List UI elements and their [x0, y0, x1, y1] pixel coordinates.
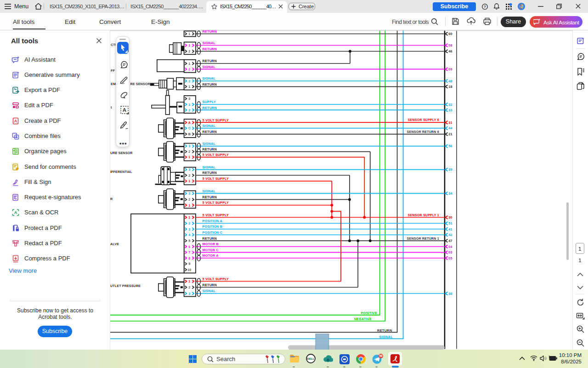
svg-text:8: 8	[188, 256, 190, 260]
svg-text:POSITION A: POSITION A	[203, 219, 223, 223]
svg-text:POSITION C: POSITION C	[203, 230, 223, 235]
svg-text:RETURN: RETURN	[377, 328, 392, 333]
svg-text:5 VOLT SUPPLY: 5 VOLT SUPPLY	[203, 118, 229, 122]
svg-text:RE SENSOR: RE SENSOR	[130, 82, 151, 86]
svg-text:RETURN: RETURN	[203, 59, 217, 63]
svg-text:SUPPLY: SUPPLY	[203, 100, 216, 104]
svg-text:RETURN: RETURN	[203, 171, 217, 175]
svg-text:33: 33	[448, 108, 452, 112]
svg-text:47: 47	[448, 239, 452, 243]
svg-text:SIGNAL: SIGNAL	[203, 142, 216, 146]
svg-text:SIGNAL: SIGNAL	[203, 76, 216, 80]
svg-text:C: C	[188, 126, 191, 130]
svg-text:1: 1	[188, 203, 190, 207]
svg-text:t: t	[111, 105, 112, 109]
svg-text:56: 56	[379, 354, 383, 357]
svg-text:7: 7	[188, 250, 190, 254]
svg-text:RETURN: RETURN	[203, 147, 217, 151]
svg-text:RETURN: RETURN	[203, 47, 217, 51]
svg-text:RETURN: RETURN	[203, 283, 217, 287]
svg-text:56: 56	[448, 144, 452, 148]
svg-text:B: B	[188, 132, 191, 136]
svg-text:05: 05	[448, 256, 452, 260]
svg-text:21: 21	[448, 132, 452, 136]
svg-text:2: 2	[188, 49, 190, 53]
svg-text:3: 3	[188, 191, 190, 196]
svg-text:42: 42	[448, 233, 452, 237]
svg-text:08: 08	[448, 43, 452, 47]
svg-text:DELL: DELL	[307, 357, 315, 360]
svg-text:34: 34	[448, 191, 452, 196]
svg-text:18: 18	[448, 85, 452, 89]
svg-text:1: 1	[188, 32, 190, 36]
svg-text:RETURN: RETURN	[203, 236, 217, 241]
svg-text:SENSOR RETURN 1: SENSOR RETURN 1	[407, 237, 439, 241]
svg-text:A: A	[188, 121, 191, 125]
svg-text:09: 09	[448, 67, 452, 71]
svg-text:UTLET PRESSURE: UTLET PRESSURE	[110, 284, 141, 288]
svg-text:30: 30	[448, 215, 452, 219]
svg-text:IFFERENTIAL: IFFERENTIAL	[110, 170, 132, 174]
svg-text:MOTOR A: MOTOR A	[203, 253, 219, 258]
svg-text:3: 3	[188, 167, 190, 172]
svg-text:2: 2	[188, 173, 190, 178]
svg-text:39: 39	[448, 167, 452, 172]
svg-text:3: 3	[188, 292, 190, 296]
svg-text:EM: EM	[111, 82, 116, 86]
svg-text:3: 3	[188, 97, 190, 101]
svg-text:POSITIVE: POSITIVE	[361, 311, 377, 315]
svg-text:1: 1	[188, 85, 190, 89]
svg-text:1: 1	[188, 179, 190, 183]
svg-text:NEGATIVE: NEGATIVE	[354, 317, 372, 321]
svg-text:04: 04	[448, 245, 452, 249]
svg-text:51: 51	[448, 221, 452, 225]
svg-text:RETURN: RETURN	[203, 130, 217, 134]
svg-text:RETURN: RETURN	[203, 30, 217, 34]
svg-text:3: 3	[188, 227, 190, 231]
svg-text:R: R	[110, 197, 113, 201]
svg-text:46: 46	[448, 49, 452, 53]
svg-text:SIGNAL: SIGNAL	[203, 165, 216, 169]
svg-text:44: 44	[448, 126, 452, 130]
svg-text:SIGNAL: SIGNAL	[203, 189, 216, 193]
svg-text:48: 48	[448, 79, 452, 83]
svg-text:4: 4	[188, 233, 190, 237]
svg-text:9: 9	[188, 262, 190, 266]
svg-text:41: 41	[448, 227, 452, 231]
svg-text:32: 32	[448, 103, 452, 107]
svg-text:RETURN: RETURN	[203, 82, 217, 86]
svg-text:5 VOLT SUPPLY: 5 VOLT SUPPLY	[203, 177, 229, 181]
svg-text:1: 1	[188, 155, 190, 159]
svg-text:A: A	[123, 107, 126, 113]
svg-text:SIGNAL: SIGNAL	[203, 124, 216, 128]
svg-text:URE SENSOR: URE SENSOR	[110, 151, 133, 155]
svg-text:3: 3	[188, 144, 190, 148]
svg-text:2: 2	[188, 197, 190, 201]
svg-text:10: 10	[187, 268, 191, 272]
svg-text:2: 2	[188, 285, 190, 289]
svg-text:MOTOR B: MOTOR B	[203, 242, 219, 246]
svg-text:SENSOR SUPPLY 1: SENSOR SUPPLY 1	[408, 213, 439, 217]
svg-text:6: 6	[188, 245, 190, 249]
svg-text:5 VOLT SUPPLY: 5 VOLT SUPPLY	[203, 153, 229, 157]
svg-text:SIGNAL: SIGNAL	[203, 289, 216, 293]
svg-text:SIGNAL: SIGNAL	[379, 335, 393, 339]
svg-text:1: 1	[188, 62, 190, 66]
svg-text:2: 2	[188, 79, 190, 83]
svg-text:A: A	[14, 210, 17, 215]
svg-text:03: 03	[448, 250, 452, 254]
svg-text:1: 1	[188, 215, 190, 219]
svg-text:SENSOR RETURN 6: SENSOR RETURN 6	[407, 130, 439, 134]
svg-text:2: 2	[188, 150, 190, 154]
svg-text:?: ?	[484, 5, 486, 9]
svg-text:1: 1	[188, 279, 190, 283]
svg-text:MOTOR C: MOTOR C	[203, 248, 219, 252]
svg-text:SIGNAL: SIGNAL	[203, 65, 216, 69]
svg-text:31: 31	[448, 121, 452, 125]
svg-text:60: 60	[448, 32, 452, 36]
svg-text:2: 2	[188, 108, 190, 112]
svg-text:5 VOLT SUPPLY: 5 VOLT SUPPLY	[203, 277, 229, 281]
svg-text:ALVE: ALVE	[110, 242, 119, 246]
svg-text:RETURN: RETURN	[203, 195, 217, 199]
svg-text:1: 1	[188, 103, 190, 107]
